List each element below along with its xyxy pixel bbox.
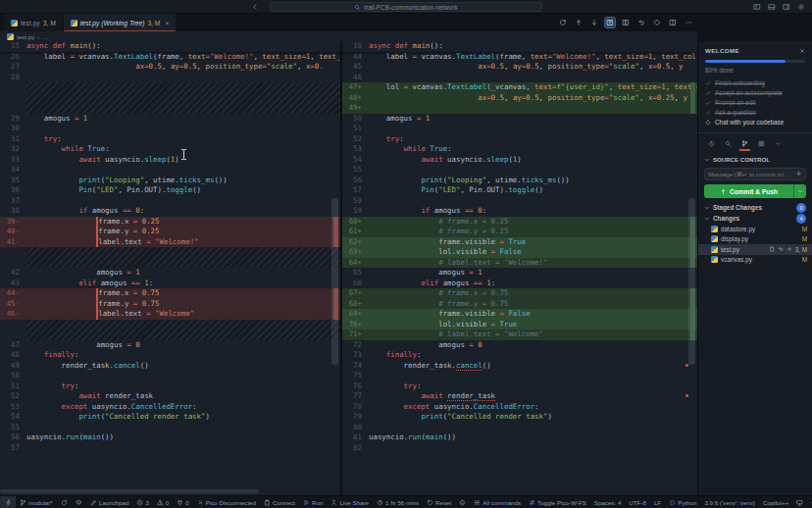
status-item-modular-[interactable]: modular* xyxy=(16,496,57,508)
status-item[interactable] xyxy=(72,496,86,508)
file-row[interactable]: vcanvas.pyM xyxy=(698,255,812,266)
panel-left-icon[interactable] xyxy=(753,3,761,11)
status-item[interactable] xyxy=(57,496,72,508)
status-item-spaces-4[interactable]: Spaces: 4 xyxy=(590,496,626,508)
status-item-lf[interactable]: LF xyxy=(650,496,665,508)
code-line[interactable]: 50 amogus = 1 xyxy=(342,114,697,125)
code-line[interactable]: 72 amogus = 0 xyxy=(342,340,697,351)
code-line[interactable]: 56 print("Looping", utime.ticks_ms()) xyxy=(342,176,697,186)
file-row[interactable]: test.py3, M xyxy=(698,244,812,255)
code-line[interactable]: 76 try: xyxy=(342,381,697,392)
code-line[interactable]: 43 elif amogus == 1: xyxy=(0,279,340,289)
activity-chevron-down[interactable] xyxy=(775,138,782,149)
status-item-reset[interactable]: Reset xyxy=(423,496,455,508)
editor-action-more[interactable] xyxy=(684,18,693,27)
code-line[interactable]: 38 if amogus == 0: xyxy=(0,206,340,217)
code-line[interactable]: 37 xyxy=(0,196,340,207)
diff-overview-ruler[interactable] xyxy=(684,41,697,495)
code-line[interactable]: 27 ax=0.5, ay=0.5, position_type="scale"… xyxy=(0,62,340,73)
code-line[interactable]: 55 xyxy=(342,165,697,176)
activity-history[interactable] xyxy=(708,138,715,149)
status-item-launchpad[interactable]: Launchpad xyxy=(86,496,133,508)
code-line[interactable]: 61+ # frame.y = 0.25 xyxy=(342,227,697,237)
status-item-prettier[interactable]: Prettier xyxy=(807,496,812,508)
sparkle-icon[interactable] xyxy=(795,171,802,178)
code-line[interactable]: 29 amogus = 1 xyxy=(0,114,340,125)
status-item-utf-8[interactable]: UTF-8 xyxy=(625,496,650,508)
code-line[interactable]: 47+ lol = vcanvas.TextLabel(_vcanvas, te… xyxy=(342,82,697,93)
file-row[interactable]: display.pyM xyxy=(698,234,812,245)
tab-test-py-working-tree[interactable]: test.py (Working Tree) 3, M × xyxy=(64,14,178,31)
code-line[interactable]: 51 xyxy=(342,124,697,134)
gear-icon[interactable] xyxy=(797,3,805,11)
commit-dropdown[interactable] xyxy=(793,184,806,198)
code-line[interactable]: 45- frame.y = 0.75 xyxy=(0,299,340,310)
status-item-toggle-pico-w-fs[interactable]: Toggle Pico-W-FS xyxy=(525,496,590,508)
code-line[interactable]: 77 await render_task xyxy=(342,391,697,402)
status-item-pico-disconnected[interactable]: Pico Disconnected xyxy=(193,496,260,508)
onboarding-item[interactable]: Accept an autocomplete xyxy=(705,89,805,96)
discard-icon[interactable] xyxy=(778,246,784,252)
editor-action-arrow-down[interactable] xyxy=(589,18,599,27)
panel-bottom-icon[interactable] xyxy=(768,3,776,11)
code-line[interactable]: 80 xyxy=(342,423,697,433)
code-line[interactable]: 41- label.text = "Welcome!" xyxy=(0,237,340,248)
onboarding-item[interactable]: Prompt an edit xyxy=(705,99,805,106)
command-center-search[interactable]: trail-PCB-communication-network xyxy=(270,2,542,12)
code-line[interactable]: 69+ frame.visible = False xyxy=(342,309,697,320)
code-line[interactable]: 49+ xyxy=(342,103,697,114)
code-line[interactable]: 75 xyxy=(342,371,697,381)
code-line[interactable]: 81uasyncio.run(main()) xyxy=(342,432,697,443)
editor-action-discard[interactable] xyxy=(636,18,646,27)
source-control-header[interactable]: SOURCE CONTROL xyxy=(698,152,812,165)
status-item-1-hr-56-mins[interactable]: 1 hr 56 mins xyxy=(373,496,423,508)
onboarding-item[interactable]: Finish onboarding xyxy=(705,79,805,86)
code-line[interactable]: 40- frame.y = 0.25 xyxy=(0,227,340,237)
code-line[interactable]: 66 elif amogus == 1: xyxy=(342,279,697,289)
scm-group-changes[interactable]: Changes4 xyxy=(698,213,812,224)
editor-action-compare[interactable] xyxy=(621,18,631,27)
code-line[interactable]: 59 if amogus == 0: xyxy=(342,206,697,217)
code-line[interactable]: 62+ frame.visible = True xyxy=(342,237,697,248)
code-line[interactable]: 73 finally: xyxy=(342,350,697,361)
close-icon[interactable] xyxy=(799,48,805,54)
tab-test-py[interactable]: test.py 3, M xyxy=(4,14,64,31)
panel-right-icon[interactable] xyxy=(783,3,790,11)
onboarding-item[interactable]: Ask a question xyxy=(705,109,805,116)
code-line[interactable]: 60+ # frame.x = 0.25 xyxy=(342,217,697,228)
horizontal-scrollbar[interactable] xyxy=(0,489,259,493)
code-line[interactable]: 71+ # label.text = "Welcome" xyxy=(342,330,697,340)
code-line[interactable]: 55 xyxy=(0,423,340,433)
code-line[interactable]: 50 xyxy=(0,371,340,381)
code-line[interactable]: 53 while True: xyxy=(342,144,697,155)
code-line[interactable]: 56uasyncio.run(main()) xyxy=(0,432,340,443)
code-line[interactable]: 46- label.text = "Welcome" xyxy=(0,309,340,320)
code-line[interactable]: 36 Pin("LED", Pin.OUT).toggle() xyxy=(0,185,340,196)
code-line[interactable]: 53 except uasyncio.CancelledError: xyxy=(0,402,340,413)
code-line[interactable]: 34 xyxy=(0,165,340,176)
status-item-run[interactable]: Run xyxy=(299,496,327,508)
editor-action-split[interactable] xyxy=(668,18,678,27)
status-item[interactable] xyxy=(792,496,807,508)
code-line[interactable]: 49 render_task.cancel() xyxy=(0,361,340,372)
code-line[interactable]: 46 xyxy=(342,73,697,83)
code-line[interactable]: 54 await uasyncio.sleep(1) xyxy=(342,155,697,166)
code-line[interactable]: 52 try: xyxy=(342,134,697,145)
code-line[interactable]: 78 except uasyncio.CancelledError: xyxy=(342,402,697,413)
code-line[interactable]: 65 amogus = 1 xyxy=(342,268,697,279)
status-item[interactable] xyxy=(0,496,16,508)
code-line[interactable]: 54 print("Cancelled render task") xyxy=(0,412,340,423)
scrollbar-thumb[interactable] xyxy=(331,198,338,365)
code-line[interactable]: 51 try: xyxy=(0,381,340,392)
status-item-all-commands[interactable]: All commands xyxy=(470,496,525,508)
code-line[interactable]: 79 print("Cancelled render task") xyxy=(342,412,697,423)
code-line[interactable]: 48 finally: xyxy=(0,350,340,361)
activity-branch[interactable] xyxy=(741,138,748,149)
code-line[interactable]: 44- frame.x = 0.75 xyxy=(0,288,340,299)
code-line[interactable]: 63+ lol.visible = False xyxy=(342,247,697,258)
code-line[interactable]: 58 xyxy=(342,196,697,207)
code-line[interactable]: 48+ ax=0.5, ay=0.5, position_type="scale… xyxy=(342,93,697,104)
editor-action-arrow-up[interactable] xyxy=(574,18,584,27)
plus-icon[interactable] xyxy=(787,246,792,252)
close-tab-icon[interactable]: × xyxy=(165,20,169,26)
